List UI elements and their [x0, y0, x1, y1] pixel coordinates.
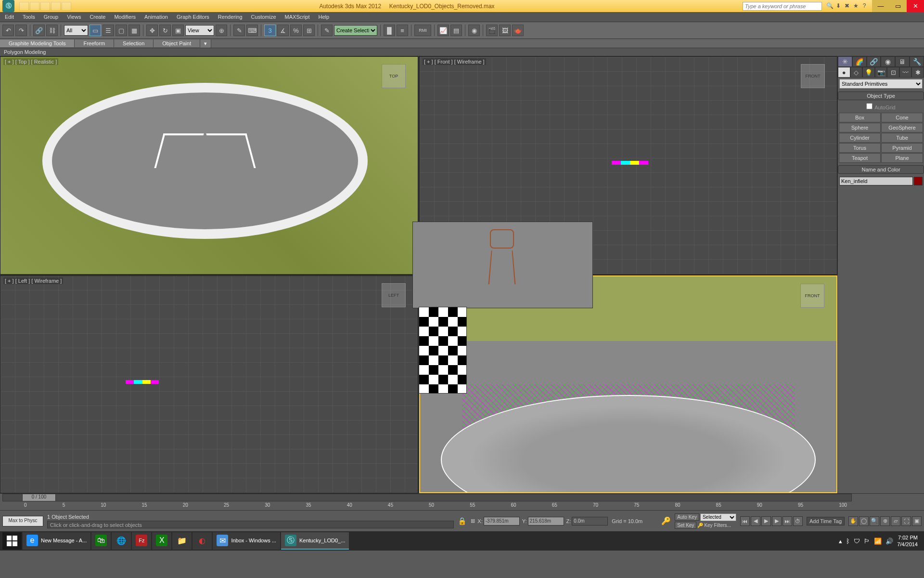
- zoom-extents-icon[interactable]: ⛶: [901, 516, 911, 526]
- rotate-icon[interactable]: ↻: [159, 25, 171, 36]
- viewcube-left[interactable]: LEFT: [382, 283, 406, 307]
- taskbar-item-chrome[interactable]: 🌐: [112, 532, 131, 550]
- taskbar-item-store[interactable]: 🛍: [91, 532, 111, 550]
- zoom-icon[interactable]: 🔍: [870, 516, 879, 526]
- taskbar-item-excel[interactable]: X: [152, 532, 171, 550]
- material-editor-icon[interactable]: ◉: [468, 25, 480, 36]
- tray-bluetooth-icon[interactable]: ᛒ: [846, 538, 850, 545]
- z-coord-input[interactable]: 0.0m: [572, 517, 608, 525]
- tab-selection[interactable]: Selection: [114, 39, 154, 47]
- keyboard-shortcut-icon[interactable]: ⌨: [246, 25, 258, 36]
- tray-shield-icon[interactable]: 🛡: [854, 538, 860, 545]
- play-icon[interactable]: ▶: [761, 516, 771, 526]
- start-button[interactable]: [2, 532, 22, 550]
- taskbar-item-3dsmax[interactable]: ⓈKentucky_LOD0_...: [281, 532, 349, 550]
- helpers-icon[interactable]: ⊡: [887, 67, 899, 78]
- layers-icon[interactable]: RMI: [414, 25, 431, 36]
- menu-maxscript[interactable]: MAXScript: [285, 14, 310, 20]
- menu-edit[interactable]: Edit: [5, 14, 14, 20]
- box-button[interactable]: Box: [839, 113, 881, 122]
- viewport-label-top[interactable]: [ + ] [ Top ] [ Realistic ]: [3, 58, 58, 65]
- align-icon[interactable]: ≡: [397, 25, 408, 36]
- menu-customize[interactable]: Customize: [251, 14, 276, 20]
- selection-filter-dropdown[interactable]: All: [64, 25, 88, 36]
- taskbar-item-filezilla[interactable]: Fz: [132, 532, 151, 550]
- qat-redo-icon[interactable]: [62, 2, 71, 11]
- systems-icon[interactable]: ✱: [911, 67, 924, 78]
- rendered-frame-icon[interactable]: 🖼: [499, 25, 511, 36]
- minimize-button[interactable]: —: [872, 0, 889, 12]
- close-button[interactable]: ✕: [907, 0, 924, 12]
- x-coord-input[interactable]: -379.851m: [484, 517, 520, 525]
- torus-button[interactable]: Torus: [839, 143, 881, 153]
- time-slider-handle[interactable]: 0 / 100: [22, 494, 56, 501]
- menu-animation[interactable]: Animation: [144, 14, 168, 20]
- polygon-modeling-panel[interactable]: Polygon Modeling: [4, 49, 46, 55]
- angle-snap-icon[interactable]: ∡: [277, 25, 289, 36]
- pyramid-button[interactable]: Pyramid: [881, 143, 923, 153]
- plane-button[interactable]: Plane: [881, 153, 923, 163]
- tray-flag-icon[interactable]: 🏳: [864, 538, 870, 545]
- select-region-icon[interactable]: ▢: [116, 25, 127, 36]
- curve-editor-icon[interactable]: 📈: [437, 25, 449, 36]
- snap-toggle-icon[interactable]: 3: [264, 25, 276, 36]
- redo-icon[interactable]: ↷: [15, 25, 27, 36]
- undo-icon[interactable]: ↶: [2, 25, 14, 36]
- tab-objectpaint[interactable]: Object Paint: [154, 39, 200, 47]
- menu-views[interactable]: Views: [67, 14, 81, 20]
- viewport-top[interactable]: [ + ] [ Top ] [ Realistic ] TOP: [0, 56, 418, 275]
- viewport-left[interactable]: [ + ] [ Left ] [ Wireframe ] LEFT: [0, 276, 418, 494]
- time-slider-track[interactable]: 0 / 100: [2, 494, 852, 501]
- utilities-tab-icon[interactable]: 🔧: [910, 56, 924, 67]
- autogrid-checkbox[interactable]: AutoGrid: [838, 102, 924, 112]
- tab-graphite[interactable]: Graphite Modeling Tools: [0, 39, 75, 47]
- geometry-icon[interactable]: ●: [838, 67, 850, 78]
- time-config-icon[interactable]: ⏱: [793, 516, 803, 526]
- menu-rendering[interactable]: Rendering: [218, 14, 243, 20]
- absolute-mode-icon[interactable]: ⊞: [471, 518, 475, 524]
- cylinder-button[interactable]: Cylinder: [839, 133, 881, 143]
- scale-icon[interactable]: ▣: [172, 25, 184, 36]
- mirror-icon[interactable]: ▐▌: [384, 25, 395, 36]
- spacewarps-icon[interactable]: 〰: [899, 67, 912, 78]
- lights-icon[interactable]: 💡: [862, 67, 875, 78]
- autokey-button[interactable]: Auto Key: [675, 513, 699, 521]
- menu-create[interactable]: Create: [90, 14, 105, 20]
- object-name-input[interactable]: [839, 177, 913, 185]
- cameras-icon[interactable]: 📷: [875, 67, 887, 78]
- unlink-icon[interactable]: ⛓: [46, 25, 58, 36]
- key-filters-button[interactable]: Key Filters...: [704, 523, 731, 528]
- y-coord-input[interactable]: 215.618m: [528, 517, 564, 525]
- link-icon[interactable]: 🔗: [33, 25, 45, 36]
- teapot-button[interactable]: Teapot: [839, 153, 881, 163]
- maximize-button[interactable]: ▭: [889, 0, 907, 12]
- sphere-button[interactable]: Sphere: [839, 123, 881, 132]
- taskbar-item-mail[interactable]: ✉Inbox - Windows ...: [213, 532, 280, 550]
- viewcube-top[interactable]: TOP: [382, 64, 406, 88]
- hierarchy-tab-icon[interactable]: 🔗: [867, 56, 881, 67]
- edit-named-sel-icon[interactable]: ✎: [321, 25, 333, 36]
- taskbar-item-app[interactable]: ◐: [192, 532, 212, 550]
- viewcube-persp[interactable]: FRONT: [800, 284, 824, 308]
- qat-save-icon[interactable]: [40, 2, 50, 11]
- help-search-input[interactable]: [743, 2, 822, 11]
- checker-preview-window[interactable]: [419, 307, 467, 394]
- tab-freeform[interactable]: Freeform: [75, 39, 114, 47]
- modify-tab-icon[interactable]: 🌈: [852, 56, 867, 67]
- move-icon[interactable]: ✥: [146, 25, 158, 36]
- use-pivot-icon[interactable]: ⊕: [216, 25, 227, 36]
- qat-undo-icon[interactable]: [51, 2, 61, 11]
- tube-button[interactable]: Tube: [881, 133, 923, 143]
- exchange-icon[interactable]: ✖: [843, 2, 851, 10]
- selection-lock-icon[interactable]: 🔒: [458, 517, 467, 525]
- viewport-label-left[interactable]: [ + ] [ Left ] [ Wireframe ]: [3, 277, 63, 284]
- arc-rotate-icon[interactable]: ◯: [859, 516, 869, 526]
- viewport-label-front[interactable]: [ + ] [ Front ] [ Wireframe ]: [423, 58, 486, 65]
- display-tab-icon[interactable]: 🖥: [895, 56, 910, 67]
- app-logo-icon[interactable]: Ⓢ: [2, 0, 14, 12]
- tray-up-icon[interactable]: ▴: [839, 538, 842, 545]
- viewcube-front[interactable]: FRONT: [801, 64, 825, 88]
- zoom-all-icon[interactable]: ⊕: [880, 516, 890, 526]
- manipulate-icon[interactable]: ✎: [233, 25, 245, 36]
- isolate-icon[interactable]: 🔑: [661, 516, 671, 525]
